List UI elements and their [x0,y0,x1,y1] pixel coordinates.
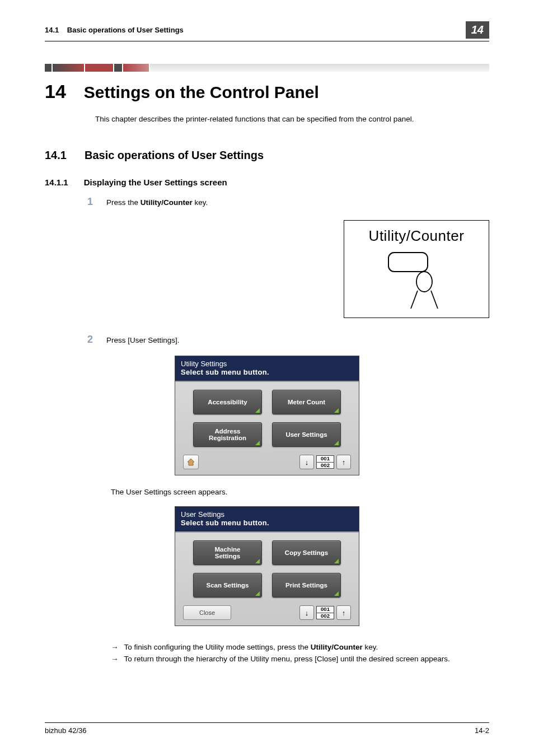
svg-point-1 [416,272,432,292]
page-up-button[interactable]: ↑ [336,455,351,469]
user-settings-panel: User Settings Select sub menu button. Ma… [175,506,359,626]
page-footer: bizhub 42/36 14-2 [45,722,489,735]
accessibility-button[interactable]: Accessibility [193,390,262,414]
chapter-heading: 14 Settings on the Control Panel [45,81,489,102]
subsection-heading: 14.1.1 Displaying the User Settings scre… [45,178,489,187]
copy-settings-button[interactable]: Copy Settings [272,540,341,565]
close-button[interactable]: Close [183,605,231,620]
section-heading: 14.1 Basic operations of User Settings [45,149,489,162]
chapter-number: 14 [45,81,66,102]
chapter-title: Settings on the Control Panel [84,83,319,102]
note-1: → To finish configuring the Utility mode… [111,643,489,651]
page-indicator: 001 002 [316,606,334,619]
running-header: 14.1 Basic operations of User Settings 1… [45,21,489,41]
page-down-button[interactable]: ↓ [299,605,314,620]
page-indicator: 001 002 [316,455,334,469]
corner-icon [255,559,260,563]
step-2: 2 Press [User Settings]. [83,334,489,346]
panel2-header: User Settings Select sub menu button. [175,507,359,531]
result-text: The User Settings screen appears. [111,488,489,496]
corner-icon [334,408,339,413]
home-icon[interactable] [183,455,199,469]
header-section-title: Basic operations of User Settings [67,26,184,34]
arrow-icon: → [111,643,119,651]
panel1-header: Utility Settings Select sub menu button. [175,356,359,381]
scan-settings-button[interactable]: Scan Settings [193,573,262,598]
page-up-button[interactable]: ↑ [336,605,351,620]
corner-icon [334,591,339,596]
arrow-icon: → [111,655,119,663]
button-press-icon [383,248,450,310]
corner-icon [255,408,260,413]
chapter-badge: 14 [466,21,489,39]
section-number: 14.1 [45,149,67,162]
pager: ↓ 001 002 ↑ [299,605,351,620]
print-settings-button[interactable]: Print Settings [272,573,341,598]
header-section-num: 14.1 [45,26,59,34]
panel2-subtitle: Select sub menu button. [181,519,353,527]
address-registration-button[interactable]: Address Registration [193,422,262,447]
machine-settings-button[interactable]: Machine Settings [193,540,262,565]
corner-icon [255,441,260,445]
pager: ↓ 001 002 ↑ [299,455,351,469]
page-down-button[interactable]: ↓ [299,455,314,469]
corner-icon [255,591,260,596]
user-settings-button[interactable]: User Settings [272,422,341,447]
footer-page-num: 14-2 [475,726,489,735]
step-1: 1 Press the Utility/Counter key. [83,196,489,208]
utility-counter-illustration: Utility/Counter [344,220,489,318]
utility-counter-label: Utility/Counter [369,227,465,245]
corner-icon [334,441,339,445]
note-2: → To return through the hierarchy of the… [111,655,489,663]
panel1-subtitle: Select sub menu button. [181,368,353,376]
notes-list: → To finish configuring the Utility mode… [111,643,489,663]
utility-settings-panel: Utility Settings Select sub menu button.… [175,356,359,475]
panel2-title: User Settings [181,510,353,519]
corner-icon [334,559,339,563]
step-1-text: Press the Utility/Counter key. [106,198,208,207]
meter-count-button[interactable]: Meter Count [272,390,341,414]
step-2-text: Press [User Settings]. [106,336,180,344]
panel1-title: Utility Settings [181,360,353,368]
svg-rect-0 [388,253,428,272]
step-2-number: 2 [83,334,93,346]
subsection-number: 14.1.1 [45,178,68,187]
footer-model: bizhub 42/36 [45,726,86,735]
step-1-number: 1 [83,196,93,208]
section-title: Basic operations of User Settings [85,149,264,162]
subsection-title: Displaying the User Settings screen [84,178,227,187]
decorative-strip [45,64,489,72]
chapter-intro: This chapter describes the printer-relat… [95,115,489,123]
